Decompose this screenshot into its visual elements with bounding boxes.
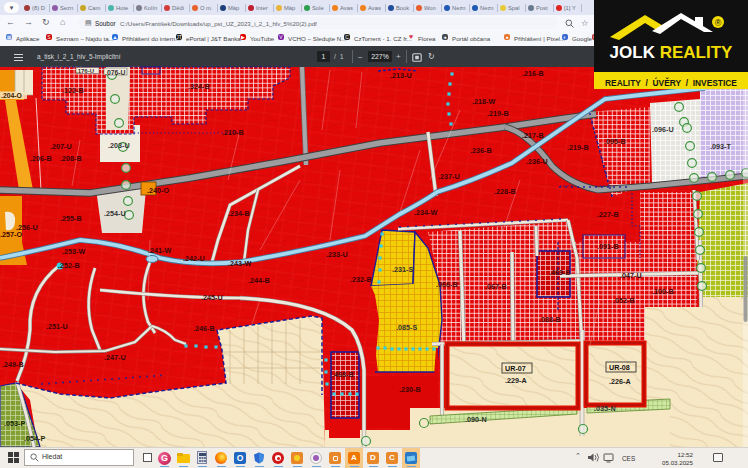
svg-text:.244-B: .244-B (248, 276, 270, 285)
svg-text:UR-07: UR-07 (505, 364, 526, 373)
svg-text:.228-B: .228-B (494, 187, 516, 196)
svg-text:.093-T: .093-T (710, 142, 731, 151)
svg-text:.085-S: .085-S (396, 323, 417, 332)
svg-text:.052-B: .052-B (613, 296, 635, 305)
svg-text:.242-U: .242-U (183, 254, 205, 263)
svg-text:.231-S: .231-S (392, 265, 413, 274)
svg-text:.236-B: .236-B (470, 146, 492, 155)
svg-text:.249-B: .249-B (2, 360, 24, 369)
svg-text:.095-B: .095-B (604, 137, 626, 146)
svg-text:UR-08: UR-08 (609, 363, 630, 372)
svg-text:.067-B: .067-B (485, 282, 507, 291)
svg-text:®: ® (715, 18, 722, 28)
svg-text:.203-U: .203-U (108, 141, 130, 150)
svg-text:.236-U: .236-U (526, 157, 548, 166)
svg-text:.254-U: .254-U (104, 209, 126, 218)
svg-text:.204-O: .204-O (1, 92, 22, 99)
svg-text:.054-P: .054-P (24, 434, 45, 443)
svg-text:.219-B: .219-B (567, 143, 589, 152)
svg-text:.253-W: .253-W (62, 247, 85, 256)
svg-text:.210-B: .210-B (222, 128, 244, 137)
svg-text:.226-A: .226-A (609, 377, 631, 386)
svg-text:.241-W: .241-W (148, 246, 171, 255)
svg-text:.232-B: .232-B (350, 275, 372, 284)
svg-text:.469-B: .469-B (549, 268, 571, 277)
svg-text:.091-B: .091-B (597, 242, 619, 251)
svg-text:.047-U: .047-U (620, 271, 642, 280)
svg-text:.324-B: .324-B (188, 82, 210, 91)
svg-text:.217-B: .217-B (522, 131, 544, 140)
svg-text:.208-B: .208-B (60, 154, 82, 163)
svg-text:.076-U: .076-U (105, 69, 125, 76)
svg-text:.122-B: .122-B (62, 86, 84, 95)
svg-text:.229-A: .229-A (505, 376, 527, 385)
svg-text:.245-U: .245-U (201, 293, 223, 302)
svg-text:.233-U: .233-U (326, 250, 348, 259)
svg-text:.213-U: .213-U (390, 71, 412, 80)
svg-text:.066-B: .066-B (436, 280, 458, 289)
svg-text:.240-O: .240-O (147, 186, 169, 195)
svg-text:.468-B: .468-B (332, 370, 354, 379)
svg-text:.246-B: .246-B (193, 324, 215, 333)
svg-text:.230-B: .230-B (399, 385, 421, 394)
svg-text:.252-B: .252-B (58, 261, 80, 270)
svg-text:.035-N: .035-N (594, 404, 616, 413)
svg-text:JOLK REALITY: JOLK REALITY (610, 43, 733, 62)
svg-text:.251-U: .251-U (46, 322, 68, 331)
svg-text:.216-B: .216-B (522, 69, 544, 78)
svg-text:.237-U: .237-U (438, 172, 460, 181)
svg-text:.243-W: .243-W (228, 259, 251, 268)
svg-text:.218-W: .218-W (472, 97, 495, 106)
svg-text:.257-O: .257-O (0, 230, 22, 239)
svg-text:.096-U: .096-U (652, 125, 674, 134)
svg-text:.206-B: .206-B (30, 154, 52, 163)
svg-text:.234-B: .234-B (228, 209, 250, 218)
svg-text:.247-U: .247-U (104, 353, 126, 362)
svg-text:.176-U: .176-U (76, 68, 94, 74)
svg-text:.207-U: .207-U (50, 142, 72, 151)
svg-text:.088-B: .088-B (539, 315, 561, 324)
svg-text:.234-W: .234-W (414, 208, 437, 217)
svg-text:.100-B: .100-B (652, 287, 674, 296)
svg-text:.219-B: .219-B (487, 109, 509, 118)
svg-text:.090-N: .090-N (465, 415, 487, 424)
svg-text:.255-B: .255-B (60, 214, 82, 223)
svg-text:.053-P: .053-P (4, 419, 25, 428)
svg-text:.227-B: .227-B (597, 210, 619, 219)
